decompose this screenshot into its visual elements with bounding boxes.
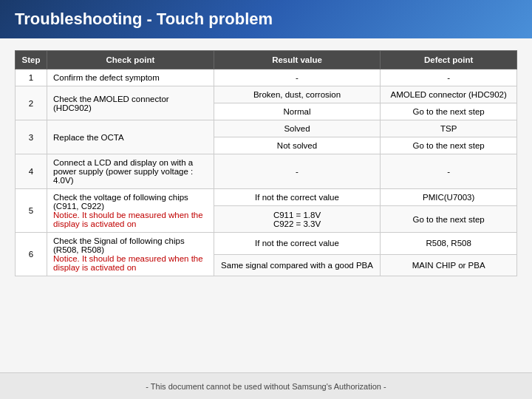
defect-point: Go to the next step [381, 103, 517, 120]
table-row: 6 Check the Signal of following chips (R… [16, 233, 517, 255]
troubleshooting-table: Step Check point Result value Defect poi… [15, 50, 517, 276]
table-body: 1 Confirm the defect symptom - - 2 Check… [16, 69, 517, 276]
result-value: Same signal compared with a good PBA [214, 254, 381, 276]
footer-text: - This document cannot be used without S… [146, 382, 386, 391]
defect-point: Go to the next step [381, 206, 517, 233]
defect-point: MAIN CHIP or PBA [381, 254, 517, 276]
col-result: Result value [214, 51, 381, 69]
table-row: 3 Replace the OCTA Solved TSP [16, 120, 517, 137]
check-point: Check the voltage of following chips (C9… [47, 189, 214, 233]
table-header-row: Step Check point Result value Defect poi… [16, 51, 517, 69]
result-value: - [214, 69, 381, 86]
step-number: 2 [16, 86, 47, 120]
col-step: Step [16, 51, 47, 69]
defect-point: R508, R508 [381, 233, 517, 255]
main-content: Step Check point Result value Defect poi… [0, 38, 532, 372]
check-point: Confirm the defect symptom [47, 69, 214, 86]
result-value: Not solved [214, 137, 381, 154]
page-title: Troubleshooting - Touch problem [15, 10, 273, 29]
result-value: C911 = 1.8VC922 = 3.3V [214, 206, 381, 233]
defect-point: - [381, 69, 517, 86]
table-row: 1 Confirm the defect symptom - - [16, 69, 517, 86]
table-row: 4 Connect a LCD and display on with a po… [16, 154, 517, 189]
defect-point: PMIC(U7003) [381, 189, 517, 206]
result-value: Normal [214, 103, 381, 120]
table-row: 2 Check the AMOLED connector (HDC902) Br… [16, 86, 517, 103]
defect-point: TSP [381, 120, 517, 137]
notice-text: Notice. It should be measured when the d… [53, 254, 203, 272]
check-point: Replace the OCTA [47, 120, 214, 154]
step-number: 5 [16, 189, 47, 233]
check-point: Connect a LCD and display on with a powe… [47, 154, 214, 189]
col-defect: Defect point [381, 51, 517, 69]
step-number: 1 [16, 69, 47, 86]
result-value: Broken, dust, corrosion [214, 86, 381, 103]
defect-point: - [381, 154, 517, 189]
page-header: Troubleshooting - Touch problem [0, 0, 532, 38]
result-value: Solved [214, 120, 381, 137]
result-value: - [214, 154, 381, 189]
step-number: 6 [16, 233, 47, 276]
defect-point: AMOLED connector (HDC902) [381, 86, 517, 103]
notice-text: Notice. It should be measured when the d… [53, 211, 203, 228]
step-number: 3 [16, 120, 47, 154]
check-point: Check the AMOLED connector (HDC902) [47, 86, 214, 120]
check-point: Check the Signal of following chips (R50… [47, 233, 214, 276]
defect-point: Go to the next step [381, 137, 517, 154]
table-row: 5 Check the voltage of following chips (… [16, 189, 517, 206]
result-value: If not the correct value [214, 233, 381, 255]
result-value: If not the correct value [214, 189, 381, 206]
step-number: 4 [16, 154, 47, 189]
page-footer: - This document cannot be used without S… [0, 372, 532, 399]
col-checkpoint: Check point [47, 51, 214, 69]
